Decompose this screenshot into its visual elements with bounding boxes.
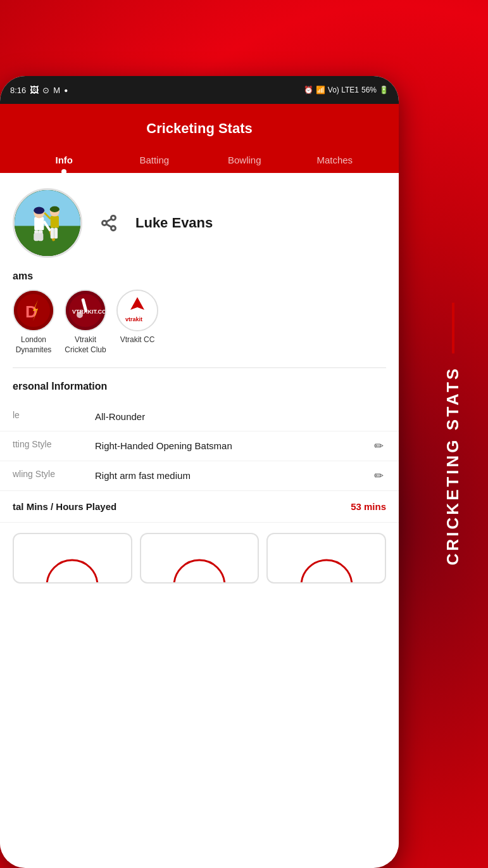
teams-section-label: ams (0, 271, 399, 290)
teams-row: D LondonDynamites VTRAKIT.CC (0, 290, 399, 367)
tab-bowling[interactable]: Bowling (199, 147, 290, 173)
tab-info[interactable]: Info (19, 147, 109, 173)
svg-rect-18 (54, 228, 58, 239)
svg-point-6 (34, 207, 44, 214)
alarm-icon: ⏰ (304, 86, 313, 94)
svg-rect-13 (51, 216, 59, 228)
team-name-dynamites: LondonDynamites (16, 335, 52, 355)
personal-info-title: ersonal Information (0, 381, 399, 402)
svg-point-33 (118, 291, 157, 330)
total-mins-label: tal Mins / Hours Played (13, 501, 116, 512)
vtrakit-cc-logo-svg: vtrakit (118, 291, 157, 330)
team-logo-dynamites: D (13, 290, 54, 331)
team-logo-vtrakit-cc: vtrakit (116, 290, 158, 331)
battery-level: 56% (361, 86, 377, 94)
team-vtrakit[interactable]: VTRAKIT.CC VtrakitCricket Club (65, 290, 106, 355)
total-mins-row: tal Mins / Hours Played 53 mins (0, 491, 399, 523)
stat-arc-1 (44, 557, 101, 584)
bowling-edit-button[interactable]: ✏ (372, 469, 386, 483)
stat-card-1[interactable] (13, 533, 132, 584)
team-name-vtrakit: VtrakitCricket Club (65, 335, 106, 355)
phone-frame: 8:16 🖼 ⊙ M ● ⏰ 📶 Vo) LTE1 56% 🔋 Cricketi… (0, 76, 399, 868)
role-label: le (13, 410, 95, 420)
status-bar: 8:16 🖼 ⊙ M ● ⏰ 📶 Vo) LTE1 56% 🔋 (0, 76, 399, 104)
info-row-bowling: wling Style Right arm fast medium ✏ (0, 461, 399, 491)
signal-text: Vo) LTE1 (328, 86, 359, 94)
share-icon (100, 214, 118, 232)
player-name: Luke Evans (135, 215, 213, 231)
svg-text:vtrakit: vtrakit (125, 316, 142, 322)
svg-line-23 (106, 219, 111, 222)
batting-value: Right-Handed Opening Batsman (95, 439, 372, 452)
tab-matches[interactable]: Matches (290, 147, 380, 173)
dot-indicator: ● (64, 87, 68, 94)
tab-batting[interactable]: Batting (109, 147, 200, 173)
info-row-batting: tting Style Right-Handed Opening Batsman… (0, 431, 399, 461)
player-avatar (13, 188, 82, 258)
side-accent-bar (452, 303, 454, 354)
stats-cards-row (0, 523, 399, 594)
team-london-dynamites[interactable]: D LondonDynamites (13, 290, 54, 355)
stat-card-2[interactable] (140, 533, 260, 584)
svg-point-15 (50, 207, 59, 212)
tab-bar: Info Batting Bowling Matches (13, 147, 386, 173)
stat-arc-2 (171, 557, 228, 584)
battery-icon: 🔋 (379, 86, 389, 94)
stat-arc-3 (298, 557, 355, 584)
content-area: Luke Evans ams D LondonDynamites (0, 173, 399, 861)
gmail-icon: M (53, 86, 60, 95)
svg-rect-2 (15, 190, 80, 226)
team-name-vtrakit-cc: Vtrakit CC (120, 335, 155, 345)
side-label: CRICKETING STATS (443, 366, 463, 565)
batting-edit-button[interactable]: ✏ (372, 439, 386, 453)
role-value: All-Rounder (95, 410, 386, 423)
stat-card-3[interactable] (266, 533, 386, 584)
svg-line-22 (106, 224, 111, 227)
svg-text:D: D (25, 302, 37, 321)
svg-point-32 (77, 312, 83, 318)
dynamites-logo-svg: D (14, 291, 53, 330)
divider-teams (13, 367, 386, 368)
batting-label: tting Style (13, 439, 95, 449)
status-time: 8:16 (10, 86, 26, 95)
bowling-label: wling Style (13, 469, 95, 479)
team-logo-vtrakit: VTRAKIT.CC (65, 290, 106, 331)
wifi-icon: 📶 (316, 86, 325, 94)
share-button[interactable] (95, 209, 123, 237)
app-header: Cricketing Stats Info Batting Bowling Ma… (0, 104, 399, 173)
gallery-icon: 🖼 (30, 85, 39, 95)
svg-rect-17 (51, 228, 54, 239)
status-right: ⏰ 📶 Vo) LTE1 56% 🔋 (304, 86, 389, 94)
player-section: Luke Evans (0, 173, 399, 271)
total-mins-value: 53 mins (351, 501, 386, 512)
info-row-role: le All-Rounder (0, 402, 399, 431)
instagram-icon: ⊙ (42, 86, 49, 95)
svg-rect-12 (38, 233, 44, 240)
svg-rect-4 (34, 217, 44, 231)
bowling-value: Right arm fast medium (95, 469, 372, 482)
team-vtrakit-cc[interactable]: vtrakit Vtrakit CC (116, 290, 158, 345)
player-avatar-image (15, 190, 80, 256)
app-title: Cricketing Stats (13, 114, 386, 147)
svg-rect-3 (15, 226, 80, 256)
status-left: 8:16 🖼 ⊙ M ● (10, 85, 68, 95)
vtrakit-logo-svg: VTRAKIT.CC (66, 291, 105, 330)
